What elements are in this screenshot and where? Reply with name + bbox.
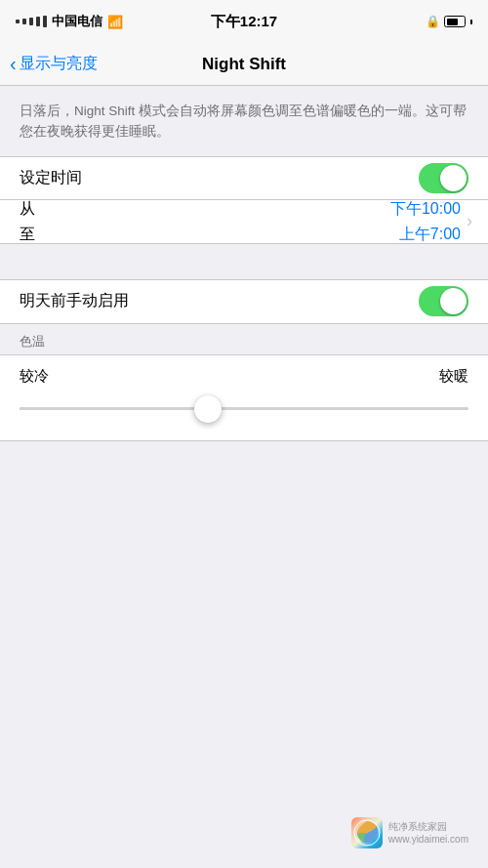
battery-indicator [444,16,466,27]
from-to-row[interactable]: 从 至 下午10:00 上午7:00 › [0,200,488,243]
temp-cold-label: 较冷 [20,367,49,386]
manual-section: 明天前手动启用 [0,279,488,324]
signal-bar-4 [36,17,40,26]
status-right-icons: 🔒 [426,15,472,28]
manual-toggle[interactable] [419,286,468,316]
from-to-labels: 从 至 [20,196,35,246]
status-carrier: 中国电信 📶 [16,13,123,30]
from-to-values: 下午10:00 上午7:00 › [390,196,468,246]
watermark: 纯净系统家园 www.yidaimei.com [351,817,468,848]
temperature-slider[interactable] [20,393,468,425]
back-label: 显示与亮度 [20,54,98,74]
watermark-url: www.yidaimei.com [388,833,468,846]
section-spacer-1 [0,244,488,279]
battery-fill [447,19,458,25]
slider-thumb[interactable] [194,395,222,423]
manual-toggle-knob [440,288,467,314]
signal-bar-2 [22,19,26,24]
battery-tip [470,20,472,24]
time-values: 下午10:00 上午7:00 [390,196,461,246]
temp-section-label: 色温 [20,334,45,349]
manual-row: 明天前手动启用 [0,280,488,323]
temp-slider-section: 较冷 较暖 [0,354,488,441]
to-value: 上午7:00 [390,222,461,247]
signal-bars [16,16,47,27]
carrier-name: 中国电信 [52,13,102,30]
schedule-section: 设定时间 从 至 下午10:00 上午7:00 › [0,156,488,244]
chevron-icon: › [467,211,472,231]
back-chevron-icon: ‹ [10,54,17,73]
slider-fill [20,407,208,410]
temp-warm-label: 较暖 [439,367,468,386]
lock-icon: 🔒 [426,15,440,28]
slider-track [20,407,468,410]
temp-extremes: 较冷 较暖 [20,367,468,386]
wifi-icon: 📶 [107,15,123,29]
main-content: 日落后，Night Shift 模式会自动将屏幕颜色调至色谱偏暖色的一端。这可帮… [0,86,488,441]
back-button[interactable]: ‹ 显示与亮度 [10,54,98,74]
temperature-section: 色温 较冷 较暖 [0,324,488,441]
to-label: 至 [20,222,35,247]
signal-bar-5 [43,16,47,27]
manual-label: 明天前手动启用 [20,291,129,311]
watermark-site-name: 纯净系统家园 [388,820,468,833]
page-title: Night Shift [202,55,286,74]
watermark-logo [351,817,383,848]
schedule-toggle[interactable] [419,163,468,193]
description-section: 日落后，Night Shift 模式会自动将屏幕颜色调至色谱偏暖色的一端。这可帮… [0,86,488,156]
signal-bar-1 [16,20,20,23]
toggle-knob [440,165,467,191]
schedule-row: 设定时间 [0,157,488,200]
from-value: 下午10:00 [390,196,461,222]
status-time: 下午12:17 [211,13,277,31]
navigation-bar: ‹ 显示与亮度 Night Shift [0,43,488,86]
from-label: 从 [20,196,35,222]
description-text: 日落后，Night Shift 模式会自动将屏幕颜色调至色谱偏暖色的一端。这可帮… [20,102,468,143]
schedule-label: 设定时间 [20,168,82,188]
status-bar: 中国电信 📶 下午12:17 🔒 [0,0,488,43]
temp-label-row: 色温 [0,324,488,354]
watermark-text: 纯净系统家园 www.yidaimei.com [388,820,468,846]
signal-bar-3 [29,18,33,25]
